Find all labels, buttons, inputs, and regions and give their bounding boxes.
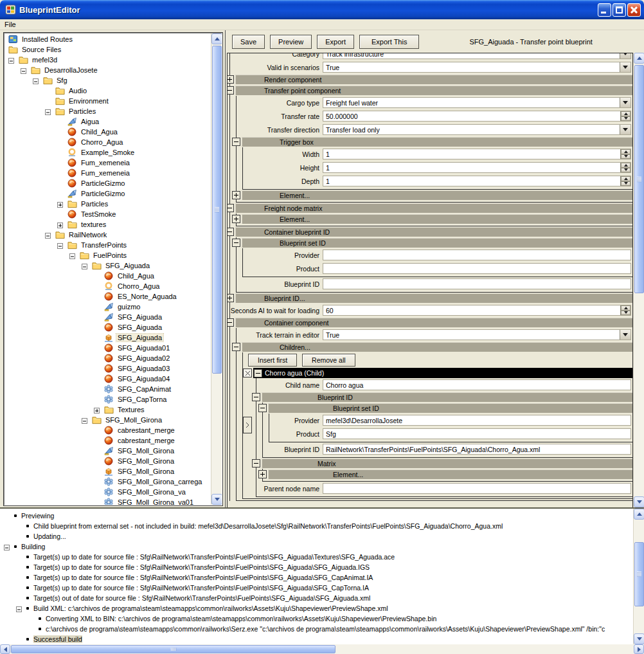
tree-item[interactable]: RailNetwork	[4, 230, 210, 240]
number-field[interactable]: 1	[323, 176, 631, 186]
log-line[interactable]: Child blueprint from external set - not …	[0, 521, 644, 531]
section-header-bar[interactable]: Blueprint set ID	[242, 238, 632, 248]
tree-item[interactable]: SFG_Aiguada01	[4, 343, 210, 353]
expand-section-button[interactable]	[258, 470, 267, 478]
number-field[interactable]: 1	[323, 162, 631, 173]
log-line[interactable]: Converting XML to BIN: c:\archivos de pr…	[0, 613, 644, 624]
section-header-bar[interactable]: Render component	[235, 75, 632, 84]
tree-item[interactable]: Particles	[4, 106, 210, 116]
combo-field[interactable]: Track infrastructure	[323, 53, 631, 59]
combo-field[interactable]: True	[323, 329, 631, 340]
section-header-bar[interactable]: Blueprint ID	[262, 392, 632, 402]
tree-item[interactable]: SFG_Moll_Girona	[4, 446, 210, 456]
spinner-up-button[interactable]	[621, 111, 631, 116]
scroll-right-button[interactable]	[634, 644, 644, 654]
collapse-section-button[interactable]	[254, 369, 262, 377]
tree-item[interactable]: Textures	[4, 404, 210, 415]
tree-item[interactable]: Child_Agua	[4, 271, 210, 281]
tree-item[interactable]: ES_Norte_Aguada	[4, 291, 210, 302]
spinner-down-button[interactable]	[621, 154, 631, 159]
log-line[interactable]: Previewing	[0, 511, 644, 521]
collapse-expander-icon[interactable]	[82, 263, 87, 269]
tree-item[interactable]: TestSmoke	[4, 209, 210, 219]
number-field[interactable]: 50.000000	[323, 111, 631, 122]
text-field[interactable]: RailNetwork\TransferPoints\FuelPoints\SF…	[323, 444, 631, 455]
spinner-down-button[interactable]	[621, 168, 631, 173]
number-field[interactable]: 1	[323, 149, 631, 159]
combo-arrow-button[interactable]	[620, 98, 631, 107]
minimize-button[interactable]	[598, 3, 611, 17]
tree-item[interactable]: FuelPoints	[4, 250, 210, 260]
tree-item[interactable]: SFG_Aiguada03	[4, 363, 210, 374]
tree-item[interactable]: cabrestant_merge	[4, 435, 210, 446]
section-header-bar[interactable]: Blueprint ID...	[235, 293, 632, 303]
collapse-expander-icon[interactable]	[45, 232, 51, 238]
section-header-bar[interactable]: Container component	[235, 318, 632, 327]
scroll-left-button[interactable]	[0, 644, 10, 654]
tree-item[interactable]: ParticleGizmo	[4, 188, 210, 199]
log-line[interactable]: Target(s) up to date for source file : S…	[0, 583, 644, 593]
log-line[interactable]: Target(s) up to date for source file : S…	[0, 552, 644, 562]
tree-item[interactable]: textures	[4, 219, 210, 230]
tree-item[interactable]: TransferPoints	[4, 240, 210, 250]
combo-field[interactable]: Freight fuel water	[323, 97, 631, 108]
tree-item[interactable]: Example_Smoke	[4, 147, 210, 158]
tree-item[interactable]: SFG_Moll_Girona_carrega	[4, 477, 210, 487]
combo-arrow-button[interactable]	[620, 125, 631, 134]
text-field[interactable]	[323, 250, 631, 260]
expand-section-button[interactable]	[227, 75, 234, 84]
delete-child-button[interactable]	[243, 368, 252, 377]
combo-field[interactable]: True	[323, 62, 631, 73]
collapse-section-button[interactable]	[232, 138, 240, 146]
tree-item[interactable]: Source Files	[4, 44, 210, 55]
scrollbar-thumb[interactable]	[634, 65, 644, 293]
scrollbar-thumb[interactable]	[11, 645, 335, 653]
scroll-down-button[interactable]	[634, 633, 644, 644]
scroll-up-button[interactable]	[211, 33, 222, 44]
text-field[interactable]: Sfg	[323, 428, 631, 439]
collapse-expander-icon[interactable]	[4, 544, 10, 550]
text-field[interactable]: Chorro agua	[323, 379, 631, 390]
scrollbar-thumb[interactable]	[212, 46, 222, 374]
section-header-bar[interactable]: Element...	[268, 469, 632, 479]
log-line[interactable]: Updating...	[0, 531, 644, 541]
tree-item[interactable]: SFG_Moll_Girona	[4, 456, 210, 466]
section-header-bar[interactable]: Element...	[242, 214, 632, 224]
remove-all-button[interactable]: Remove all	[302, 354, 355, 367]
section-header-bar[interactable]: Element...	[242, 190, 632, 200]
collapse-expander-icon[interactable]	[33, 78, 39, 84]
tree-item[interactable]: guizmo	[4, 302, 210, 312]
collapse-section-button[interactable]	[227, 204, 234, 212]
tree-item[interactable]: SFG_Aiguada	[4, 312, 210, 322]
section-header-bar[interactable]: Transfer point component	[235, 86, 632, 95]
log-line[interactable]: Build XML: c:\archivos de programa\steam…	[0, 603, 644, 613]
scroll-up-button[interactable]	[634, 53, 644, 64]
spinner-up-button[interactable]	[621, 305, 631, 311]
preview-button[interactable]: Preview	[270, 35, 312, 49]
scroll-down-button[interactable]	[211, 494, 222, 505]
tree-item[interactable]: SFG_Moll_Girona	[4, 415, 210, 425]
log-scrollbar[interactable]	[633, 509, 644, 644]
save-button[interactable]: Save	[232, 35, 265, 49]
collapse-section-button[interactable]	[227, 228, 234, 236]
collapse-expander-icon[interactable]	[21, 68, 26, 73]
collapse-section-button[interactable]	[252, 459, 260, 468]
combo-arrow-button[interactable]	[620, 53, 631, 59]
text-field[interactable]: mefel3d\DesarrollaJosete	[323, 415, 631, 426]
tree-item[interactable]: Fum_xemeneia	[4, 158, 210, 168]
combo-arrow-button[interactable]	[620, 330, 631, 340]
expand-expander-icon[interactable]	[57, 201, 63, 207]
scrollbar-thumb[interactable]	[634, 542, 644, 606]
collapse-expander-icon[interactable]	[8, 57, 14, 63]
properties-scrollbar[interactable]	[633, 53, 644, 507]
tree-item[interactable]: DesarrollaJosete	[4, 65, 210, 75]
log-line[interactable]: c:\archivos de programa\steam\steamapps\…	[0, 624, 644, 634]
collapse-section-button[interactable]	[227, 318, 234, 327]
tree-scrollbar[interactable]	[211, 33, 222, 505]
collapse-section-button[interactable]	[227, 86, 234, 95]
collapse-section-button[interactable]	[258, 404, 267, 412]
expand-expander-icon[interactable]	[94, 407, 100, 413]
tree-item[interactable]: SFG_Aiguada	[4, 322, 210, 332]
tree-item[interactable]: SFG_Moll_Girona_va01	[4, 497, 210, 505]
tree-item[interactable]: SFG_CapAnimat	[4, 384, 210, 394]
